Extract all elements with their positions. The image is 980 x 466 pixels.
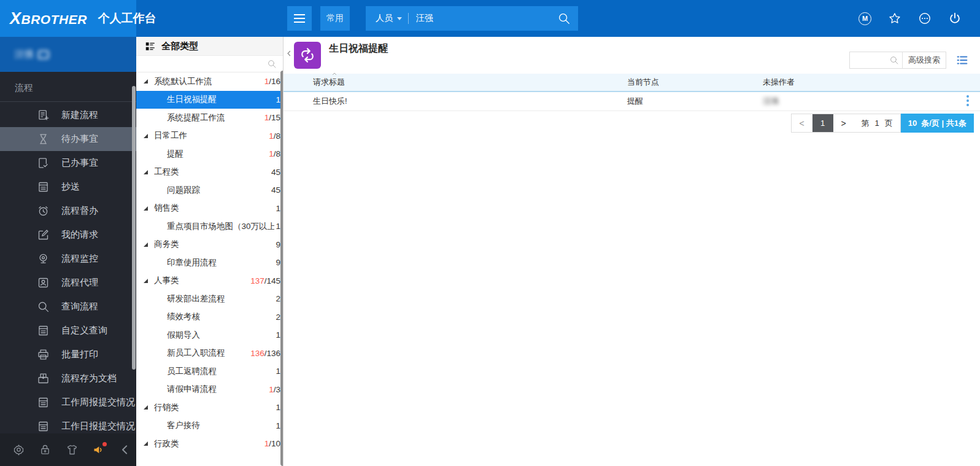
nav-item[interactable] xyxy=(227,0,253,37)
total-count: /136 xyxy=(264,349,280,358)
search-category-dropdown[interactable]: 人员 xyxy=(366,13,408,24)
current-page[interactable]: 1 xyxy=(812,114,833,132)
jump-page-value[interactable]: 1 xyxy=(875,118,879,128)
tree-item[interactable]: 工程类 45 xyxy=(136,163,283,182)
sidebar-item[interactable]: 流程督办 xyxy=(0,199,136,223)
tree-expand-caret-icon[interactable] xyxy=(144,79,148,83)
sidebar-item[interactable]: 工作周报提交情况 xyxy=(0,390,136,414)
list-search-input[interactable] xyxy=(850,56,889,64)
list-view-icon[interactable] xyxy=(955,53,969,67)
tree-item[interactable]: 行政类 1 /10 xyxy=(136,435,283,453)
tree-item[interactable]: 印章使用流程 9 xyxy=(136,254,283,272)
tree-item[interactable]: 新员工入职流程 136 /136 xyxy=(136,344,283,363)
sidebar-scrollbar[interactable] xyxy=(132,86,136,370)
tree-item-label: 系统默认工作流 xyxy=(154,76,212,87)
column-header-title[interactable]: 请求标题 xyxy=(284,77,627,88)
nav-item[interactable] xyxy=(201,0,227,37)
search-input[interactable]: 汪强 xyxy=(409,13,550,24)
favorites-menu-button[interactable]: 常用 xyxy=(320,6,350,31)
search-icon[interactable] xyxy=(889,55,899,65)
page-jump[interactable]: 第 1 页 xyxy=(854,114,900,132)
tree-item[interactable]: 行销类 1 xyxy=(136,398,283,417)
more-options-icon[interactable] xyxy=(918,12,932,25)
sidebar-item[interactable]: 抄送 xyxy=(0,175,136,199)
sidebar-item[interactable]: 流程监控 xyxy=(0,247,136,271)
sidebar-item[interactable]: 批量打印 xyxy=(0,343,136,367)
tree-item[interactable]: 销售类 1 xyxy=(136,200,283,218)
column-header-node[interactable]: 当前节点 xyxy=(627,77,763,88)
tree-item[interactable]: 研发部出差流程 2 xyxy=(136,290,283,308)
settings-gear-icon[interactable] xyxy=(12,443,25,456)
user-banner[interactable]: 汪强 xyxy=(0,37,136,72)
sidebar-item[interactable]: 查询流程 xyxy=(0,295,136,319)
favorites-star-icon[interactable] xyxy=(888,12,901,25)
advanced-search-button[interactable]: 高级搜索 xyxy=(902,52,946,68)
nav-item[interactable] xyxy=(176,0,201,37)
sidebar-item-label: 自定义查询 xyxy=(61,325,107,336)
nav-item[interactable] xyxy=(150,0,176,37)
sidebar-item[interactable]: 自定义查询 xyxy=(0,319,136,343)
prev-page-button[interactable]: < xyxy=(792,114,812,132)
tree-item[interactable]: 员工返聘流程 1 xyxy=(136,362,283,381)
request-title[interactable]: 生日快乐! xyxy=(284,96,627,107)
tree-item-label: 行销类 xyxy=(154,402,179,413)
tree-item[interactable]: 请假申请流程 1 /3 xyxy=(136,381,283,399)
tree-expand-caret-icon[interactable] xyxy=(144,170,148,174)
sidebar-item[interactable]: 新建流程 xyxy=(0,103,136,127)
tree-item[interactable]: 绩效考核 2 xyxy=(136,308,283,327)
mobile-m-icon[interactable]: M xyxy=(858,12,871,25)
tree-item-label: 系统提醒工作流 xyxy=(167,112,225,123)
unread-count: 136 xyxy=(250,349,264,358)
app-logo[interactable]: XBROTHER 个人工作台 xyxy=(0,0,136,37)
row-menu-dots-icon[interactable] xyxy=(966,95,969,106)
tree-item[interactable]: 提醒 1 /8 xyxy=(136,145,283,163)
tree-expand-caret-icon[interactable] xyxy=(144,243,148,247)
tree-expand-caret-icon[interactable] xyxy=(144,279,148,283)
tree-expand-caret-icon[interactable] xyxy=(144,206,148,211)
tree-item[interactable]: 系统提醒工作流 1 /15 xyxy=(136,109,283,127)
sidebar-item[interactable]: 流程存为文档 xyxy=(0,367,136,390)
sidebar-item[interactable]: 已办事宜 xyxy=(0,151,136,175)
table-header-row: 请求标题 当前节点 未操作者 xyxy=(284,74,980,92)
tree-item[interactable]: 问题跟踪 45 xyxy=(136,181,283,200)
panel-collapse-icon[interactable] xyxy=(285,49,293,58)
tree-search-bar xyxy=(136,56,283,72)
tree-expand-caret-icon[interactable] xyxy=(144,405,148,410)
tree-item[interactable]: 重点项目市场地图（30万以上） 1 xyxy=(136,217,283,236)
tree-expand-caret-icon[interactable] xyxy=(144,134,148,138)
tree-expand-caret-icon[interactable] xyxy=(144,441,148,446)
sidebar-item[interactable]: 我的请求 xyxy=(0,223,136,247)
request-row[interactable]: 生日快乐! 提醒 汪强 xyxy=(284,92,980,111)
sidebar-collapse-icon[interactable] xyxy=(118,443,131,456)
tree-item[interactable]: 系统默认工作流 1 /16 xyxy=(136,72,283,91)
theme-shirt-icon[interactable] xyxy=(66,443,79,456)
tree-item[interactable]: 日常工作 1 /8 xyxy=(136,127,283,146)
total-count: 1 xyxy=(276,330,280,340)
tree-item[interactable]: 假期导入 1 xyxy=(136,326,283,344)
sidebar-item[interactable]: 流程代理 xyxy=(0,271,136,295)
next-page-button[interactable]: > xyxy=(833,114,854,132)
nav-item[interactable] xyxy=(253,0,279,37)
page-size-info[interactable]: 10 条/页 | 共1条 xyxy=(901,114,974,133)
sidebar-item[interactable]: 待办事宜 xyxy=(0,127,136,151)
tree-item[interactable]: 商务类 9 xyxy=(136,236,283,254)
search-button[interactable] xyxy=(550,6,578,31)
tree-search-input[interactable] xyxy=(142,60,267,68)
tree-item[interactable]: 生日祝福提醒 1 xyxy=(136,91,283,109)
tree-item-label: 研发部出差流程 xyxy=(167,293,225,305)
column-header-operator[interactable]: 未操作者 xyxy=(763,77,980,88)
tree-item[interactable]: 客户接待 1 xyxy=(136,417,283,435)
menu-toggle-button[interactable] xyxy=(287,6,312,31)
announcement-speaker-icon[interactable] xyxy=(92,443,105,456)
sidebar-bottom-bar xyxy=(0,433,136,466)
total-count: /15 xyxy=(269,113,280,122)
chevron-down-icon xyxy=(397,17,402,20)
logout-power-icon[interactable] xyxy=(948,12,962,25)
tree-item[interactable]: 人事类 137 /145 xyxy=(136,272,283,290)
total-count: 1 xyxy=(276,222,280,231)
username: 汪强 xyxy=(15,49,33,60)
collapse-header-icon[interactable] xyxy=(330,68,339,74)
lock-icon[interactable] xyxy=(39,443,52,456)
sidebar-item-label: 流程监控 xyxy=(61,253,98,265)
unread-count: 1 xyxy=(264,439,269,448)
